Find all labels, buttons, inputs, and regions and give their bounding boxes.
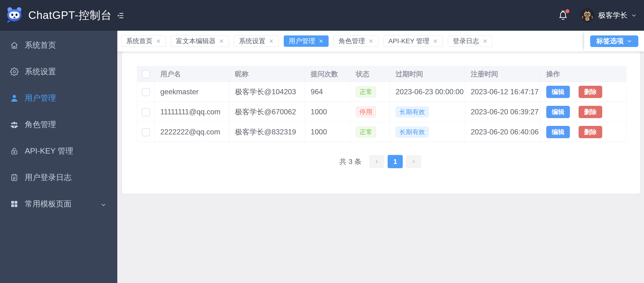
- log-icon: [10, 173, 19, 182]
- status-badge: 正常: [356, 127, 376, 137]
- close-icon[interactable]: [219, 39, 224, 44]
- cell-nickname: 极客学长@104203: [229, 82, 305, 102]
- app-title: ChatGPT-控制台: [28, 8, 112, 23]
- col-username: 用户名: [155, 66, 229, 82]
- notification-bell-icon[interactable]: [558, 10, 568, 21]
- cell-username: 2222222@qq.com: [155, 122, 229, 142]
- header-right: 极客学长: [558, 8, 644, 23]
- cell-question-count: 1000: [305, 102, 350, 122]
- cell-register-time: 2023-06-12 16:47:17: [465, 82, 540, 102]
- user-name[interactable]: 极客学长: [598, 11, 628, 20]
- edit-button[interactable]: 编辑: [546, 126, 570, 138]
- cell-nickname: 极客学长@832319: [229, 122, 305, 142]
- chevron-down-icon: [626, 38, 632, 44]
- col-nickname: 昵称: [229, 66, 305, 82]
- row-checkbox[interactable]: [142, 88, 150, 96]
- delete-button[interactable]: 删除: [578, 126, 602, 138]
- main-area: 系统首页 富文本编辑器 系统设置 用户管理 角色管理 API-KEY 管理 登录…: [117, 31, 644, 283]
- sidebar: 系统首页 系统设置 用户管理: [0, 31, 117, 283]
- close-icon[interactable]: [156, 39, 161, 44]
- expire-badge: 长期有效: [396, 127, 429, 137]
- app-header: ChatGPT-控制台: [0, 0, 644, 31]
- cell-nickname: 极客学长@670062: [229, 102, 305, 122]
- close-icon[interactable]: [269, 39, 274, 44]
- expire-badge: 长期有效: [396, 107, 429, 117]
- status-badge: 正常: [356, 87, 376, 97]
- row-checkbox[interactable]: [142, 128, 150, 136]
- sidebar-item-label: 系统设置: [25, 66, 56, 77]
- cell-username: 11111111@qq.com: [155, 102, 229, 122]
- lock-icon: [10, 147, 19, 155]
- pagination-total: 共 3 条: [340, 157, 362, 167]
- tab-user-management[interactable]: 用户管理: [284, 36, 328, 47]
- cell-username: geekmaster: [155, 82, 229, 102]
- delete-button[interactable]: 删除: [578, 86, 602, 98]
- tab-role-management[interactable]: 角色管理: [334, 36, 378, 47]
- tab-apikey-management[interactable]: API-KEY 管理: [384, 36, 443, 47]
- table-row: geekmaster 极客学长@104203 964 正常 2023-06-23…: [137, 82, 626, 102]
- tab-home[interactable]: 系统首页: [121, 36, 166, 47]
- tab-bar: 系统首页 富文本编辑器 系统设置 用户管理 角色管理 API-KEY 管理 登录…: [117, 31, 644, 52]
- sidebar-item-label: 常用模板页面: [25, 199, 72, 209]
- chevron-down-icon: [100, 201, 106, 207]
- content-area: 用户名 昵称 提问次数 状态 过期时间 注册时间 操作 geekmaster: [117, 52, 644, 283]
- cell-register-time: 2023-06-20 06:40:06: [465, 122, 540, 142]
- edit-button[interactable]: 编辑: [546, 86, 570, 98]
- sidebar-item-home[interactable]: 系统首页: [0, 32, 117, 58]
- col-register-time: 注册时间: [465, 66, 540, 82]
- col-expire-time: 过期时间: [390, 66, 465, 82]
- col-status: 状态: [350, 66, 390, 82]
- status-badge: 停用: [356, 107, 376, 117]
- close-icon[interactable]: [482, 39, 488, 44]
- page-number-button[interactable]: 1: [388, 155, 403, 168]
- sidebar-item-label: 角色管理: [25, 119, 56, 130]
- select-all-checkbox[interactable]: [142, 70, 150, 78]
- col-question-count: 提问次数: [305, 66, 350, 82]
- cell-question-count: 1000: [305, 122, 350, 142]
- close-icon[interactable]: [433, 39, 438, 44]
- col-actions: 操作: [540, 66, 626, 82]
- user-table: 用户名 昵称 提问次数 状态 过期时间 注册时间 操作 geekmaster: [137, 66, 626, 142]
- sidebar-item-label: 系统首页: [25, 40, 56, 51]
- grid-icon: [10, 200, 19, 208]
- close-icon[interactable]: [368, 39, 374, 44]
- gear-icon: [10, 67, 19, 76]
- tab-login-log[interactable]: 登录日志: [448, 36, 493, 47]
- sidebar-item-label: 用户登录日志: [25, 172, 72, 183]
- sidebar-item-settings[interactable]: 系统设置: [0, 58, 117, 85]
- user-table-card: 用户名 昵称 提问次数 状态 过期时间 注册时间 操作 geekmaster: [122, 52, 640, 194]
- user-icon: [10, 94, 19, 103]
- edit-button[interactable]: 编辑: [546, 106, 570, 118]
- close-icon[interactable]: [318, 39, 324, 44]
- row-checkbox[interactable]: [142, 108, 150, 116]
- table-header-row: 用户名 昵称 提问次数 状态 过期时间 注册时间 操作: [137, 66, 626, 82]
- tab-options-button[interactable]: 标签选项: [590, 36, 638, 47]
- sidebar-item-label: 用户管理: [25, 93, 56, 104]
- cell-register-time: 2023-06-20 06:39:27: [465, 102, 540, 122]
- cell-question-count: 964: [305, 82, 350, 102]
- table-row: 11111111@qq.com 极客学长@670062 1000 停用 长期有效…: [137, 102, 626, 122]
- sidebar-item-label: API-KEY 管理: [25, 146, 73, 156]
- pagination: 共 3 条 1: [122, 155, 640, 168]
- table-row: 2222222@qq.com 极客学长@832319 1000 正常 长期有效 …: [137, 122, 626, 142]
- home-icon: [10, 41, 19, 50]
- delete-button[interactable]: 删除: [578, 106, 602, 118]
- sidebar-item-roles[interactable]: 角色管理: [0, 111, 117, 138]
- notification-badge: [566, 9, 570, 13]
- sidebar-item-apikey[interactable]: API-KEY 管理: [0, 138, 117, 164]
- sidebar-item-users[interactable]: 用户管理: [0, 85, 117, 111]
- avatar[interactable]: [580, 8, 594, 23]
- users-icon: [10, 120, 19, 129]
- cell-expire-time: 2023-06-23 00:00:00: [390, 82, 465, 102]
- sidebar-item-templates[interactable]: 常用模板页面: [0, 191, 117, 217]
- sidebar-item-login-log[interactable]: 用户登录日志: [0, 164, 117, 191]
- next-page-button[interactable]: [406, 155, 421, 168]
- tab-options-wrap: 标签选项: [584, 31, 644, 52]
- user-chevron-down-icon[interactable]: [631, 12, 637, 19]
- prev-page-button[interactable]: [369, 155, 384, 168]
- tab-richtext-editor[interactable]: 富文本编辑器: [171, 36, 229, 47]
- app-logo-icon: [5, 6, 24, 25]
- sidebar-fold-icon[interactable]: [116, 12, 124, 19]
- tab-settings[interactable]: 系统设置: [234, 36, 279, 47]
